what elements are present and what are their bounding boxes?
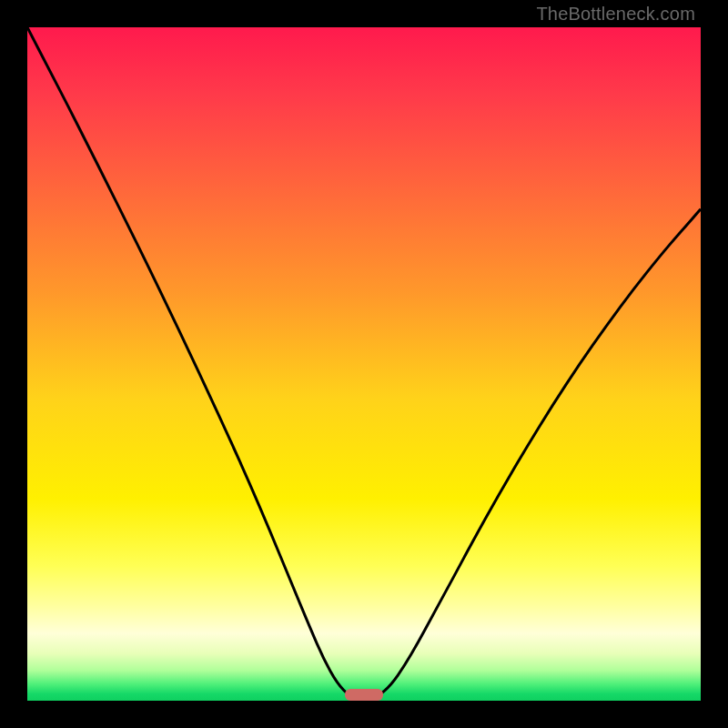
watermark-text: TheBottleneck.com [536,4,695,25]
plot-area [27,27,701,701]
bottleneck-curve [27,27,701,701]
curve-line [27,27,701,700]
optimum-marker [345,689,383,701]
